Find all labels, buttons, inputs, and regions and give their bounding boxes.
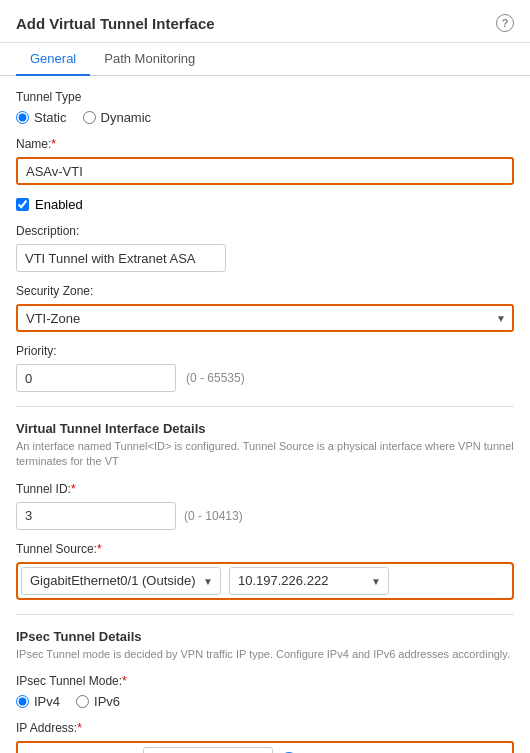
tunnel-source-interface-wrapper: GigabitEthernet0/1 (Outside) ▼	[21, 567, 221, 595]
tunnel-source-ip-select[interactable]: 10.197.226.222	[229, 567, 389, 595]
ipsec-section-desc: IPsec Tunnel mode is decided by VPN traf…	[16, 647, 514, 662]
tunnel-type-radio-group: Static Dynamic	[16, 110, 514, 125]
name-group: Name:*	[16, 137, 514, 185]
tunnel-source-interface-select[interactable]: GigabitEthernet0/1 (Outside)	[21, 567, 221, 595]
tunnel-type-group: Tunnel Type Static Dynamic	[16, 90, 514, 125]
ipsec-ipv6-label: IPv6	[94, 694, 120, 709]
tunnel-type-dynamic-option[interactable]: Dynamic	[83, 110, 152, 125]
ip-address-label: IP Address:*	[16, 721, 514, 735]
tunnel-id-label: Tunnel ID:*	[16, 482, 514, 496]
tunnel-source-label: Tunnel Source:*	[16, 542, 514, 556]
ipsec-tunnel-mode-label: IPsec Tunnel Mode:*	[16, 674, 514, 688]
vti-section-heading: Virtual Tunnel Interface Details	[16, 421, 514, 436]
description-input[interactable]	[16, 244, 226, 272]
add-vti-dialog: Add Virtual Tunnel Interface ? General P…	[0, 0, 530, 753]
tab-general[interactable]: General	[16, 43, 90, 76]
security-zone-group: Security Zone: VTI-Zone ▼	[16, 284, 514, 332]
tunnel-source-row: GigabitEthernet0/1 (Outside) ▼ 10.197.22…	[21, 567, 509, 595]
priority-row: (0 - 65535)	[16, 364, 514, 392]
ipsec-ipv6-radio[interactable]	[76, 695, 89, 708]
enabled-checkbox[interactable]	[16, 198, 29, 211]
ipsec-tunnel-mode-group: IPsec Tunnel Mode:* IPv4 IPv6	[16, 674, 514, 709]
help-icon[interactable]: ?	[496, 14, 514, 32]
tunnel-source-group: Tunnel Source:* GigabitEthernet0/1 (Outs…	[16, 542, 514, 600]
form-content: Tunnel Type Static Dynamic Name:*	[0, 76, 530, 753]
name-required: *	[51, 137, 56, 151]
ipsec-section-heading: IPsec Tunnel Details	[16, 629, 514, 644]
ipsec-ipv4-radio[interactable]	[16, 695, 29, 708]
tunnel-id-group: Tunnel ID:* (0 - 10413)	[16, 482, 514, 530]
description-label: Description:	[16, 224, 514, 238]
ipsec-ipv4-option[interactable]: IPv4	[16, 694, 60, 709]
tunnel-type-dynamic-label: Dynamic	[101, 110, 152, 125]
configure-ip-input[interactable]	[143, 747, 273, 753]
tunnel-type-static-label: Static	[34, 110, 67, 125]
tunnel-type-static-radio[interactable]	[16, 111, 29, 124]
vti-section-desc: An interface named Tunnel<ID> is configu…	[16, 439, 514, 470]
tunnel-type-dynamic-radio[interactable]	[83, 111, 96, 124]
enabled-label: Enabled	[35, 197, 83, 212]
description-group: Description:	[16, 224, 514, 272]
tunnel-id-row: (0 - 10413)	[16, 502, 514, 530]
configure-ip-option: Configure IP i	[16, 741, 514, 753]
divider-1	[16, 406, 514, 407]
tunnel-id-hint: (0 - 10413)	[184, 509, 243, 523]
ip-address-options: Configure IP i Borrow IP (IP unnumbered)…	[16, 741, 514, 753]
tunnel-type-label: Tunnel Type	[16, 90, 514, 104]
priority-input[interactable]	[16, 364, 176, 392]
priority-group: Priority: (0 - 65535)	[16, 344, 514, 392]
priority-hint: (0 - 65535)	[186, 371, 245, 385]
tab-path-monitoring[interactable]: Path Monitoring	[90, 43, 209, 76]
vti-section: Virtual Tunnel Interface Details An inte…	[16, 421, 514, 470]
ipsec-section: IPsec Tunnel Details IPsec Tunnel mode i…	[16, 629, 514, 662]
ipsec-mode-radio-group: IPv4 IPv6	[16, 694, 514, 709]
dialog-header: Add Virtual Tunnel Interface ?	[0, 0, 530, 43]
ip-address-group: IP Address:* Configure IP i Borrow IP (I…	[16, 721, 514, 753]
security-zone-select[interactable]: VTI-Zone	[16, 304, 514, 332]
security-zone-label: Security Zone:	[16, 284, 514, 298]
dialog-title: Add Virtual Tunnel Interface	[16, 15, 215, 32]
security-zone-select-wrapper: VTI-Zone ▼	[16, 304, 514, 332]
tunnel-source-ip-wrapper: 10.197.226.222 ▼	[229, 567, 389, 595]
enabled-group: Enabled	[16, 197, 514, 212]
tunnel-type-static-option[interactable]: Static	[16, 110, 67, 125]
ipsec-ipv6-option[interactable]: IPv6	[76, 694, 120, 709]
priority-label: Priority:	[16, 344, 514, 358]
name-input[interactable]	[16, 157, 514, 185]
name-label: Name:*	[16, 137, 514, 151]
tunnel-id-input[interactable]	[16, 502, 176, 530]
ipsec-ipv4-label: IPv4	[34, 694, 60, 709]
tunnel-source-highlighted-wrapper: GigabitEthernet0/1 (Outside) ▼ 10.197.22…	[16, 562, 514, 600]
divider-2	[16, 614, 514, 615]
tabs: General Path Monitoring	[0, 43, 530, 76]
